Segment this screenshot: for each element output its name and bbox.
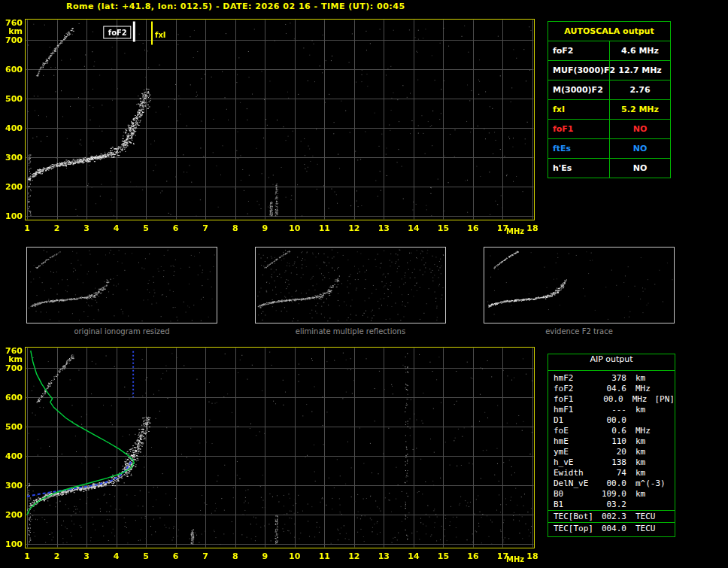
thumbnail-caption-original: original ionogram resized (26, 327, 217, 336)
aip-param-unit: MHz (626, 384, 651, 394)
aip-param-value: 002.3 (596, 511, 626, 522)
aip-row: ymE20km (548, 447, 675, 457)
aip-param-unit: km (626, 457, 645, 468)
autoscala-param-value: NO (610, 120, 670, 138)
autoscala-param-label: M(3000)F2 (548, 80, 610, 99)
aip-row: B0109.0km (548, 489, 675, 500)
aip-param-note (645, 468, 653, 478)
autoscala-param-label: ftEs (548, 139, 610, 158)
aip-param-note (651, 426, 658, 436)
thumbnail-original-ionogram (26, 247, 217, 323)
aip-row: Ewidth74km (548, 468, 675, 478)
autoscala-row: h'EsNO (548, 159, 670, 178)
aip-param-value: 004.0 (596, 523, 626, 534)
aip-param-value: 109.0 (596, 489, 626, 500)
aip-param-note (645, 447, 653, 457)
aip-param-note (666, 478, 673, 489)
autoscala-row: MUF(3000)F212.7 MHz (548, 61, 670, 80)
page-title: Rome (lat: +41.8, lon: 012.5) - DATE: 20… (66, 2, 405, 11)
autoscala-rows: foF24.6 MHzMUF(3000)F212.7 MHzM(3000)F22… (548, 41, 670, 178)
top-ionogram-chart (0, 12, 544, 238)
aip-param-value: --- (596, 405, 626, 415)
autoscala-row: ftEsNO (548, 139, 670, 159)
aip-param-unit: MHz (623, 394, 648, 405)
autoscala-param-label: foF2 (548, 41, 610, 60)
aip-param-value: 03.2 (596, 500, 626, 510)
bottom-ionogram-chart (0, 340, 544, 567)
aip-param-note (645, 405, 653, 415)
thumbnail-caption-reflections: eliminate multiple reflections (255, 327, 446, 336)
aip-param-name: B1 (548, 500, 596, 510)
aip-param-name: foF2 (548, 384, 596, 394)
aip-param-unit: km (626, 436, 645, 447)
aip-param-name: hmF2 (548, 373, 596, 384)
aip-param-unit: m^(-3) (626, 478, 666, 489)
aip-row: foF204.6MHz (548, 384, 675, 394)
autoscala-row: M(3000)F22.76 (548, 80, 670, 100)
aip-param-unit: km (626, 373, 645, 384)
aip-param-unit (626, 500, 635, 510)
aip-param-name: Ewidth (548, 468, 596, 478)
autoscala-param-value: 2.76 (610, 80, 670, 99)
aip-param-unit: km (626, 405, 645, 415)
aip-param-value: 00.0 (596, 478, 626, 489)
aip-param-unit: km (626, 447, 645, 457)
autoscala-param-value: NO (610, 159, 670, 178)
thumbnail-eliminate-reflections (255, 247, 446, 323)
aip-param-unit: km (626, 468, 645, 478)
aip-rows: hmF2378kmfoF204.6MHzfoF100.0MHz[PN]hmF1-… (548, 371, 675, 534)
aip-param-value: 04.6 (596, 384, 626, 394)
aip-row: hmE110km (548, 436, 675, 447)
aip-param-name: DelN_vE (548, 478, 596, 489)
aip-param-value: 00.0 (596, 415, 626, 426)
thumbnail-evidence-f2-trace (484, 247, 675, 323)
aip-param-name: hmE (548, 436, 596, 447)
aip-param-unit: MHz (626, 426, 651, 436)
autoscala-param-value: 12.7 MHz (610, 61, 670, 80)
aip-param-unit: TECU (626, 523, 656, 534)
aip-param-note (635, 415, 643, 426)
aip-param-note (656, 523, 663, 534)
thumbnail-caption-f2trace: evidence F2 trace (484, 327, 675, 336)
aip-param-value: 110 (596, 436, 626, 447)
autoscala-param-label: h'Es (548, 159, 610, 178)
aip-row: TEC[Top]004.0TECU (548, 522, 675, 534)
aip-param-value: 378 (596, 373, 626, 384)
autoscala-param-label: MUF(3000)F2 (548, 61, 610, 80)
aip-row: B103.2 (548, 500, 675, 510)
aip-param-note (645, 436, 653, 447)
aip-output-panel: AIP output hmF2378kmfoF204.6MHzfoF100.0M… (548, 354, 675, 537)
aip-param-value: 20 (596, 447, 626, 457)
aip-param-name: B0 (548, 489, 596, 500)
aip-param-unit: km (626, 489, 645, 500)
aip-row: hmF2378km (548, 373, 675, 384)
autoscala-param-value: NO (610, 139, 670, 158)
aip-param-value: 00.0 (594, 394, 623, 405)
aip-row: h_vE138km (548, 457, 675, 468)
autoscala-row: foF24.6 MHz (548, 41, 670, 61)
aip-param-name: foE (548, 426, 596, 436)
autoscala-row: fxI5.2 MHz (548, 100, 670, 120)
aip-param-unit: TECU (626, 511, 656, 522)
autoscala-output-panel: AUTOSCALA output foF24.6 MHzMUF(3000)F21… (548, 21, 671, 178)
aip-row: DelN_vE00.0m^(-3) (548, 478, 675, 489)
aip-param-name: D1 (548, 415, 596, 426)
aip-param-name: h_vE (548, 457, 596, 468)
aip-panel-title: AIP output (548, 354, 675, 371)
aip-row: TEC[Bot]002.3TECU (548, 510, 675, 522)
aip-param-note (645, 489, 653, 500)
aip-param-unit (626, 415, 635, 426)
aip-param-value: 0.6 (596, 426, 626, 436)
aip-param-name: ymE (548, 447, 596, 457)
aip-param-note (651, 384, 658, 394)
aip-row: foE0.6MHz (548, 426, 675, 436)
aip-param-value: 138 (596, 457, 626, 468)
aip-param-name: hmF1 (548, 405, 596, 415)
aip-param-name: foF1 (548, 394, 594, 405)
aip-param-note (635, 500, 643, 510)
aip-param-value: 74 (596, 468, 626, 478)
autoscala-param-value: 5.2 MHz (610, 100, 670, 119)
aip-param-note (656, 511, 663, 522)
autoscala-panel-title: AUTOSCALA output (548, 22, 670, 41)
autoscala-param-label: foF1 (548, 120, 610, 138)
